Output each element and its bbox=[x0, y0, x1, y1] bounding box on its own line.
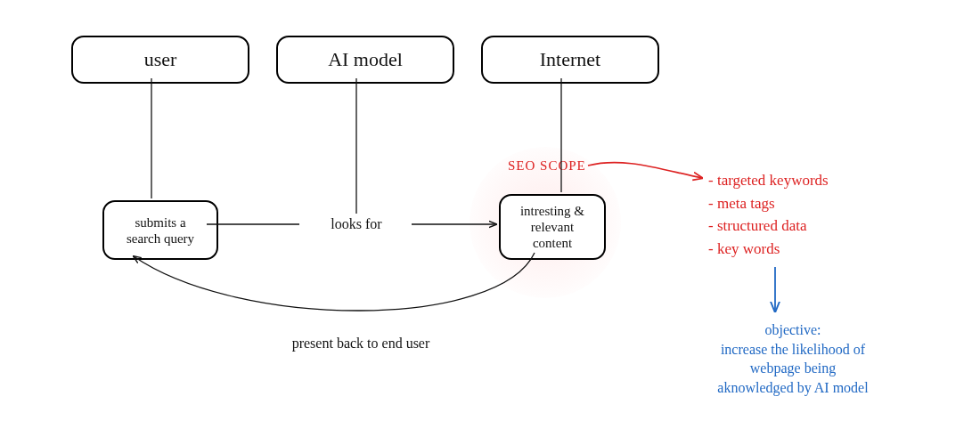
node-search-query-label: submits a search query bbox=[127, 214, 194, 247]
header-user-label: user bbox=[144, 48, 177, 71]
seo-bullet-2: - structured data bbox=[708, 214, 829, 238]
seo-scope-label: SEO SCOPE bbox=[508, 158, 586, 174]
seo-bullet-3: - key words bbox=[708, 238, 829, 261]
arrow-present-back bbox=[134, 253, 535, 311]
diagram-canvas: user AI model Internet submits a search … bbox=[0, 0, 980, 445]
header-ai-model: AI model bbox=[276, 36, 454, 84]
edge-looks-for-label: looks for bbox=[303, 216, 410, 232]
node-search-query: submits a search query bbox=[102, 200, 218, 260]
node-content-label: intresting & relevant content bbox=[520, 203, 584, 251]
objective-body: increase the likelihood of webpage being… bbox=[686, 340, 900, 398]
objective-block: objective: increase the likelihood of we… bbox=[686, 320, 900, 397]
seo-bullet-0: - targeted keywords bbox=[708, 169, 829, 192]
header-user: user bbox=[71, 36, 249, 84]
header-internet: Internet bbox=[481, 36, 659, 84]
node-content: intresting & relevant content bbox=[499, 194, 606, 260]
edge-present-back-label: present back to end user bbox=[245, 336, 477, 352]
header-ai-model-label: AI model bbox=[328, 48, 403, 71]
objective-title: objective: bbox=[686, 320, 900, 340]
header-internet-label: Internet bbox=[540, 48, 600, 71]
seo-bullet-1: - meta tags bbox=[708, 192, 829, 215]
seo-bullet-list: - targeted keywords - meta tags - struct… bbox=[708, 169, 829, 260]
